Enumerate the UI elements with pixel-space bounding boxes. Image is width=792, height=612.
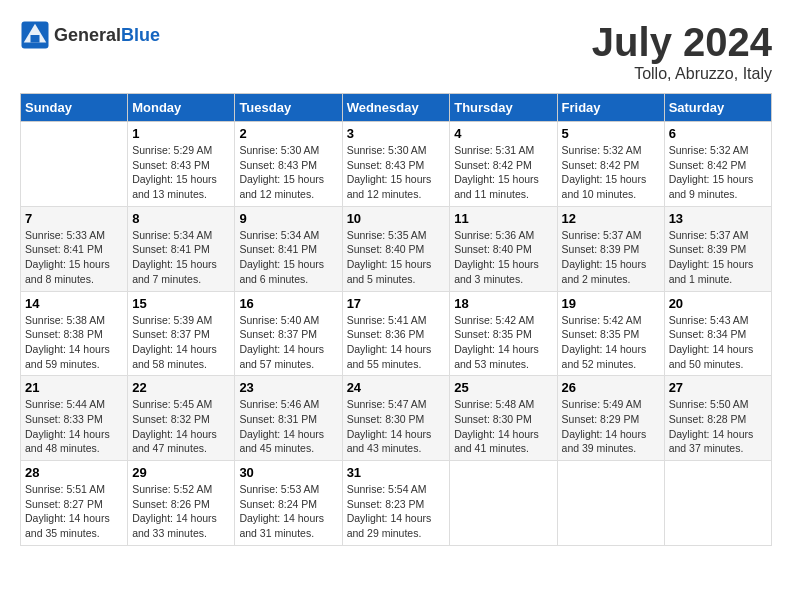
- logo-blue: Blue: [121, 25, 160, 45]
- calendar-day-cell: 8Sunrise: 5:34 AM Sunset: 8:41 PM Daylig…: [128, 206, 235, 291]
- calendar-day-cell: 7Sunrise: 5:33 AM Sunset: 8:41 PM Daylig…: [21, 206, 128, 291]
- day-info: Sunrise: 5:40 AM Sunset: 8:37 PM Dayligh…: [239, 313, 337, 372]
- day-number: 17: [347, 296, 446, 311]
- calendar-week-row: 14Sunrise: 5:38 AM Sunset: 8:38 PM Dayli…: [21, 291, 772, 376]
- main-title: July 2024: [592, 20, 772, 65]
- calendar-day-cell: 12Sunrise: 5:37 AM Sunset: 8:39 PM Dayli…: [557, 206, 664, 291]
- calendar-day-cell: 29Sunrise: 5:52 AM Sunset: 8:26 PM Dayli…: [128, 461, 235, 546]
- calendar-day-cell: 16Sunrise: 5:40 AM Sunset: 8:37 PM Dayli…: [235, 291, 342, 376]
- calendar-day-cell: 15Sunrise: 5:39 AM Sunset: 8:37 PM Dayli…: [128, 291, 235, 376]
- calendar-day-cell: 30Sunrise: 5:53 AM Sunset: 8:24 PM Dayli…: [235, 461, 342, 546]
- weekday-header-wednesday: Wednesday: [342, 94, 450, 122]
- day-info: Sunrise: 5:49 AM Sunset: 8:29 PM Dayligh…: [562, 397, 660, 456]
- day-number: 28: [25, 465, 123, 480]
- day-info: Sunrise: 5:33 AM Sunset: 8:41 PM Dayligh…: [25, 228, 123, 287]
- calendar-day-cell: 19Sunrise: 5:42 AM Sunset: 8:35 PM Dayli…: [557, 291, 664, 376]
- weekday-header-friday: Friday: [557, 94, 664, 122]
- day-info: Sunrise: 5:36 AM Sunset: 8:40 PM Dayligh…: [454, 228, 552, 287]
- calendar-day-cell: 9Sunrise: 5:34 AM Sunset: 8:41 PM Daylig…: [235, 206, 342, 291]
- page-header: GeneralBlue July 2024 Tollo, Abruzzo, It…: [20, 20, 772, 83]
- day-number: 25: [454, 380, 552, 395]
- title-area: July 2024 Tollo, Abruzzo, Italy: [592, 20, 772, 83]
- day-info: Sunrise: 5:50 AM Sunset: 8:28 PM Dayligh…: [669, 397, 767, 456]
- day-info: Sunrise: 5:54 AM Sunset: 8:23 PM Dayligh…: [347, 482, 446, 541]
- calendar-day-cell: 31Sunrise: 5:54 AM Sunset: 8:23 PM Dayli…: [342, 461, 450, 546]
- logo: GeneralBlue: [20, 20, 160, 50]
- day-info: Sunrise: 5:30 AM Sunset: 8:43 PM Dayligh…: [347, 143, 446, 202]
- day-number: 3: [347, 126, 446, 141]
- day-number: 7: [25, 211, 123, 226]
- calendar-day-cell: 22Sunrise: 5:45 AM Sunset: 8:32 PM Dayli…: [128, 376, 235, 461]
- weekday-header-thursday: Thursday: [450, 94, 557, 122]
- day-number: 16: [239, 296, 337, 311]
- day-info: Sunrise: 5:29 AM Sunset: 8:43 PM Dayligh…: [132, 143, 230, 202]
- day-number: 18: [454, 296, 552, 311]
- weekday-header-row: SundayMondayTuesdayWednesdayThursdayFrid…: [21, 94, 772, 122]
- day-info: Sunrise: 5:44 AM Sunset: 8:33 PM Dayligh…: [25, 397, 123, 456]
- day-number: 8: [132, 211, 230, 226]
- calendar-day-cell: 21Sunrise: 5:44 AM Sunset: 8:33 PM Dayli…: [21, 376, 128, 461]
- day-info: Sunrise: 5:45 AM Sunset: 8:32 PM Dayligh…: [132, 397, 230, 456]
- day-number: 30: [239, 465, 337, 480]
- day-info: Sunrise: 5:35 AM Sunset: 8:40 PM Dayligh…: [347, 228, 446, 287]
- calendar-week-row: 28Sunrise: 5:51 AM Sunset: 8:27 PM Dayli…: [21, 461, 772, 546]
- day-number: 24: [347, 380, 446, 395]
- weekday-header-saturday: Saturday: [664, 94, 771, 122]
- day-number: 4: [454, 126, 552, 141]
- calendar-day-cell: 25Sunrise: 5:48 AM Sunset: 8:30 PM Dayli…: [450, 376, 557, 461]
- day-number: 20: [669, 296, 767, 311]
- calendar-day-cell: 3Sunrise: 5:30 AM Sunset: 8:43 PM Daylig…: [342, 122, 450, 207]
- logo-icon: [20, 20, 50, 50]
- day-info: Sunrise: 5:31 AM Sunset: 8:42 PM Dayligh…: [454, 143, 552, 202]
- day-number: 21: [25, 380, 123, 395]
- day-info: Sunrise: 5:42 AM Sunset: 8:35 PM Dayligh…: [562, 313, 660, 372]
- weekday-header-tuesday: Tuesday: [235, 94, 342, 122]
- calendar-day-cell: 1Sunrise: 5:29 AM Sunset: 8:43 PM Daylig…: [128, 122, 235, 207]
- calendar-day-cell: 17Sunrise: 5:41 AM Sunset: 8:36 PM Dayli…: [342, 291, 450, 376]
- day-number: 15: [132, 296, 230, 311]
- calendar-day-cell: 23Sunrise: 5:46 AM Sunset: 8:31 PM Dayli…: [235, 376, 342, 461]
- calendar-day-cell: 26Sunrise: 5:49 AM Sunset: 8:29 PM Dayli…: [557, 376, 664, 461]
- day-info: Sunrise: 5:39 AM Sunset: 8:37 PM Dayligh…: [132, 313, 230, 372]
- day-number: 9: [239, 211, 337, 226]
- day-info: Sunrise: 5:30 AM Sunset: 8:43 PM Dayligh…: [239, 143, 337, 202]
- day-info: Sunrise: 5:32 AM Sunset: 8:42 PM Dayligh…: [562, 143, 660, 202]
- calendar-week-row: 1Sunrise: 5:29 AM Sunset: 8:43 PM Daylig…: [21, 122, 772, 207]
- calendar-day-cell: 4Sunrise: 5:31 AM Sunset: 8:42 PM Daylig…: [450, 122, 557, 207]
- calendar-week-row: 21Sunrise: 5:44 AM Sunset: 8:33 PM Dayli…: [21, 376, 772, 461]
- calendar-day-cell: [450, 461, 557, 546]
- calendar-day-cell: [664, 461, 771, 546]
- day-number: 29: [132, 465, 230, 480]
- day-info: Sunrise: 5:42 AM Sunset: 8:35 PM Dayligh…: [454, 313, 552, 372]
- day-number: 26: [562, 380, 660, 395]
- day-info: Sunrise: 5:32 AM Sunset: 8:42 PM Dayligh…: [669, 143, 767, 202]
- weekday-header-sunday: Sunday: [21, 94, 128, 122]
- day-number: 1: [132, 126, 230, 141]
- day-number: 2: [239, 126, 337, 141]
- calendar-day-cell: [557, 461, 664, 546]
- calendar-day-cell: 5Sunrise: 5:32 AM Sunset: 8:42 PM Daylig…: [557, 122, 664, 207]
- day-info: Sunrise: 5:47 AM Sunset: 8:30 PM Dayligh…: [347, 397, 446, 456]
- day-info: Sunrise: 5:41 AM Sunset: 8:36 PM Dayligh…: [347, 313, 446, 372]
- logo-text: GeneralBlue: [54, 25, 160, 46]
- day-number: 12: [562, 211, 660, 226]
- day-info: Sunrise: 5:34 AM Sunset: 8:41 PM Dayligh…: [132, 228, 230, 287]
- calendar-week-row: 7Sunrise: 5:33 AM Sunset: 8:41 PM Daylig…: [21, 206, 772, 291]
- day-info: Sunrise: 5:52 AM Sunset: 8:26 PM Dayligh…: [132, 482, 230, 541]
- day-number: 14: [25, 296, 123, 311]
- calendar-day-cell: 6Sunrise: 5:32 AM Sunset: 8:42 PM Daylig…: [664, 122, 771, 207]
- weekday-header-monday: Monday: [128, 94, 235, 122]
- day-info: Sunrise: 5:37 AM Sunset: 8:39 PM Dayligh…: [669, 228, 767, 287]
- calendar-day-cell: 10Sunrise: 5:35 AM Sunset: 8:40 PM Dayli…: [342, 206, 450, 291]
- calendar-day-cell: 27Sunrise: 5:50 AM Sunset: 8:28 PM Dayli…: [664, 376, 771, 461]
- calendar-table: SundayMondayTuesdayWednesdayThursdayFrid…: [20, 93, 772, 546]
- day-info: Sunrise: 5:34 AM Sunset: 8:41 PM Dayligh…: [239, 228, 337, 287]
- calendar-day-cell: 11Sunrise: 5:36 AM Sunset: 8:40 PM Dayli…: [450, 206, 557, 291]
- calendar-day-cell: 28Sunrise: 5:51 AM Sunset: 8:27 PM Dayli…: [21, 461, 128, 546]
- calendar-day-cell: 24Sunrise: 5:47 AM Sunset: 8:30 PM Dayli…: [342, 376, 450, 461]
- day-info: Sunrise: 5:43 AM Sunset: 8:34 PM Dayligh…: [669, 313, 767, 372]
- calendar-day-cell: 2Sunrise: 5:30 AM Sunset: 8:43 PM Daylig…: [235, 122, 342, 207]
- day-info: Sunrise: 5:37 AM Sunset: 8:39 PM Dayligh…: [562, 228, 660, 287]
- calendar-day-cell: 18Sunrise: 5:42 AM Sunset: 8:35 PM Dayli…: [450, 291, 557, 376]
- calendar-day-cell: 13Sunrise: 5:37 AM Sunset: 8:39 PM Dayli…: [664, 206, 771, 291]
